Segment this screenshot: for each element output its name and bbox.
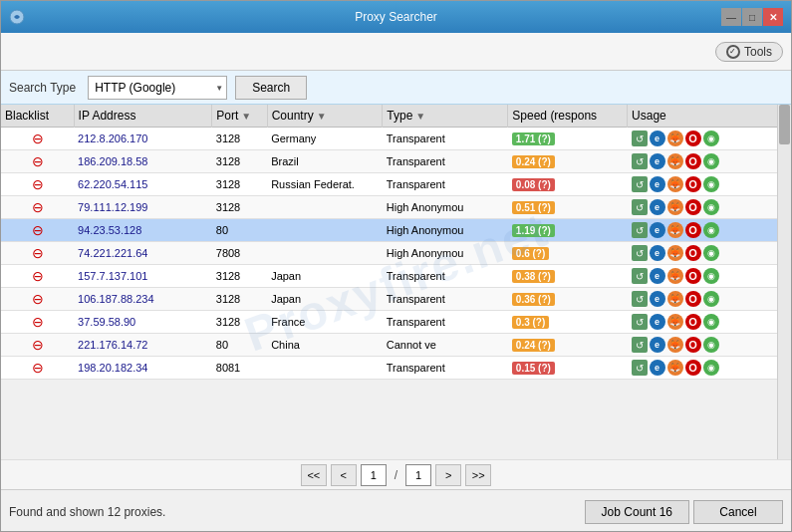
status-icon: ⊖ (32, 291, 44, 307)
firefox-icon[interactable]: 🦊 (667, 176, 683, 192)
refresh-icon[interactable]: ↺ (632, 153, 648, 169)
table-row[interactable]: ⊖ 37.59.58.90 3128 France Transparent 0.… (1, 311, 791, 334)
opera-icon[interactable]: O (685, 337, 701, 353)
refresh-icon[interactable]: ↺ (632, 176, 648, 192)
table-row[interactable]: ⊖ 186.209.18.58 3128 Brazil Transparent … (1, 150, 791, 173)
refresh-icon[interactable]: ↺ (632, 314, 648, 330)
chrome-icon[interactable]: ◉ (703, 291, 719, 307)
refresh-icon[interactable]: ↺ (632, 360, 648, 376)
chrome-icon[interactable]: ◉ (703, 314, 719, 330)
col-speed-label: Speed (respons (512, 109, 597, 123)
opera-icon[interactable]: O (685, 291, 701, 307)
firefox-icon[interactable]: 🦊 (667, 153, 683, 169)
opera-icon[interactable]: O (685, 199, 701, 215)
cell-port: 80 (212, 219, 267, 242)
firefox-icon[interactable]: 🦊 (667, 268, 683, 284)
opera-icon[interactable]: O (685, 268, 701, 284)
table-row[interactable]: ⊖ 157.7.137.101 3128 Japan Transparent 0… (1, 265, 791, 288)
port-filter-icon[interactable]: ▼ (241, 111, 251, 122)
close-button[interactable]: ✕ (763, 8, 783, 26)
chrome-icon[interactable]: ◉ (703, 222, 719, 238)
firefox-icon[interactable]: 🦊 (667, 222, 683, 238)
chrome-icon[interactable]: ◉ (703, 131, 719, 146)
ie-icon[interactable]: e (650, 131, 665, 146)
firefox-icon[interactable]: 🦊 (667, 360, 683, 376)
ie-icon[interactable]: e (650, 245, 665, 261)
chrome-icon[interactable]: ◉ (703, 199, 719, 215)
table-row[interactable]: ⊖ 198.20.182.34 8081 Transparent 0.15 (?… (1, 357, 791, 380)
ie-icon[interactable]: e (650, 153, 665, 169)
firefox-icon[interactable]: 🦊 (667, 291, 683, 307)
col-ip-label: IP Address (79, 109, 136, 123)
opera-icon[interactable]: O (685, 131, 701, 146)
next-page-button[interactable]: > (435, 464, 461, 486)
country-filter-icon[interactable]: ▼ (317, 111, 327, 122)
table-row[interactable]: ⊖ 74.221.221.64 7808 High Anonymou 0.6 (… (1, 242, 791, 265)
ie-icon[interactable]: e (650, 291, 665, 307)
tools-button[interactable]: ✓ Tools (715, 42, 783, 62)
cell-status: ⊖ (1, 288, 74, 311)
chrome-icon[interactable]: ◉ (703, 360, 719, 376)
table-row[interactable]: ⊖ 79.111.12.199 3128 High Anonymou 0.51 … (1, 196, 791, 219)
refresh-icon[interactable]: ↺ (632, 199, 648, 215)
current-page-button[interactable]: 1 (361, 464, 387, 486)
search-bar: Search Type HTTP (Google) HTTPS SOCKS4 S… (1, 71, 791, 105)
ie-icon[interactable]: e (650, 268, 665, 284)
refresh-icon[interactable]: ↺ (632, 291, 648, 307)
first-page-button[interactable]: << (301, 464, 327, 486)
refresh-icon[interactable]: ↺ (632, 268, 648, 284)
refresh-icon[interactable]: ↺ (632, 337, 648, 353)
ie-icon[interactable]: e (650, 176, 665, 192)
scrollbar-thumb[interactable] (779, 105, 790, 144)
opera-icon[interactable]: O (685, 245, 701, 261)
job-count-button[interactable]: Job Count 16 (585, 500, 689, 524)
table-row[interactable]: ⊖ 94.23.53.128 80 High Anonymou 1.19 (?)… (1, 219, 791, 242)
opera-icon[interactable]: O (685, 176, 701, 192)
ie-icon[interactable]: e (650, 222, 665, 238)
speed-badge: 0.15 (?) (512, 362, 555, 375)
firefox-icon[interactable]: 🦊 (667, 245, 683, 261)
opera-icon[interactable]: O (685, 222, 701, 238)
search-button[interactable]: Search (235, 76, 307, 100)
opera-icon[interactable]: O (685, 360, 701, 376)
cancel-button[interactable]: Cancel (693, 500, 783, 524)
total-pages-button[interactable]: 1 (405, 464, 431, 486)
firefox-icon[interactable]: 🦊 (667, 131, 683, 146)
opera-icon[interactable]: O (685, 153, 701, 169)
table-row[interactable]: ⊖ 221.176.14.72 80 China Cannot ve 0.24 … (1, 334, 791, 357)
col-usage: Usage (628, 105, 791, 128)
cell-port: 80 (212, 334, 267, 357)
table-row[interactable]: ⊖ 106.187.88.234 3128 Japan Transparent … (1, 288, 791, 311)
minimize-button[interactable]: — (721, 8, 741, 26)
search-type-select[interactable]: HTTP (Google) HTTPS SOCKS4 SOCKS5 (88, 76, 227, 100)
app-icon (9, 9, 25, 25)
table-row[interactable]: ⊖ 62.220.54.115 3128 Russian Federat. Tr… (1, 173, 791, 196)
ie-icon[interactable]: e (650, 199, 665, 215)
ie-icon[interactable]: e (650, 314, 665, 330)
maximize-button[interactable]: □ (742, 8, 762, 26)
chrome-icon[interactable]: ◉ (703, 337, 719, 353)
firefox-icon[interactable]: 🦊 (667, 199, 683, 215)
cell-country (267, 242, 383, 265)
prev-page-button[interactable]: < (331, 464, 357, 486)
refresh-icon[interactable]: ↺ (632, 222, 648, 238)
cell-type: High Anonymou (383, 196, 508, 219)
chrome-icon[interactable]: ◉ (703, 268, 719, 284)
chrome-icon[interactable]: ◉ (703, 176, 719, 192)
chrome-icon[interactable]: ◉ (703, 245, 719, 261)
speed-badge: 1.71 (?) (512, 133, 555, 145)
ie-icon[interactable]: e (650, 337, 665, 353)
refresh-icon[interactable]: ↺ (632, 131, 648, 146)
cell-type: Transparent (383, 265, 508, 288)
ie-icon[interactable]: e (650, 360, 665, 376)
table-row[interactable]: ⊖ 212.8.206.170 3128 Germany Transparent… (1, 128, 791, 150)
last-page-button[interactable]: >> (465, 464, 491, 486)
opera-icon[interactable]: O (685, 314, 701, 330)
firefox-icon[interactable]: 🦊 (667, 337, 683, 353)
chrome-icon[interactable]: ◉ (703, 153, 719, 169)
scrollbar[interactable] (777, 105, 791, 459)
cell-speed: 0.24 (?) (508, 334, 628, 357)
firefox-icon[interactable]: 🦊 (667, 314, 683, 330)
type-filter-icon[interactable]: ▼ (415, 111, 425, 122)
refresh-icon[interactable]: ↺ (632, 245, 648, 261)
